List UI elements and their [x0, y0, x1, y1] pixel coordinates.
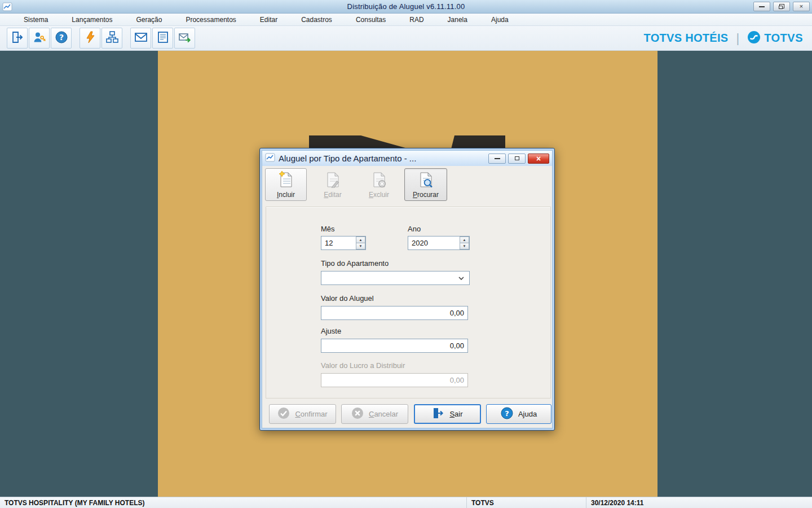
lucro-field: [321, 373, 468, 387]
ajuste-field: [321, 339, 468, 353]
dialog-chart-icon: [265, 153, 275, 164]
dialog-aluguel: Aluguel por Tipo de Apartamento - ... × …: [259, 148, 555, 431]
dialog-close-icon: ×: [536, 155, 541, 163]
mes-label: Mês: [321, 225, 335, 233]
confirmar-label: Confirmar: [295, 410, 327, 418]
menu-sistema[interactable]: Sistema: [16, 14, 56, 25]
ajuda-question-icon: ?: [501, 407, 513, 421]
cancelar-label: Cancelar: [369, 410, 398, 418]
ajuste-input[interactable]: [321, 339, 468, 353]
tipo-apartamento-combobox[interactable]: [321, 271, 470, 285]
sair-button[interactable]: Sair: [414, 404, 481, 424]
tipo-apartamento-label: Tipo do Apartamento: [321, 259, 389, 268]
lightning-icon: [83, 30, 97, 46]
ano-spinner: ▲ ▼: [460, 237, 469, 249]
confirmar-button[interactable]: Confirmar: [269, 404, 336, 424]
ajuste-label: Ajuste: [321, 327, 341, 335]
ajuda-button[interactable]: ? Ajuda: [486, 404, 551, 424]
titlebar: Distribuição de Aluguel v6.11.11.00 ×: [0, 0, 812, 14]
incluir-icon: [279, 171, 293, 190]
menu-lancamentos[interactable]: Lançamentos: [64, 14, 120, 25]
ano-label: Ano: [408, 225, 421, 233]
window-controls: ×: [753, 2, 810, 11]
send-mail-button[interactable]: [174, 28, 195, 49]
dialog-minimize-icon: [495, 158, 500, 159]
valor-aluguel-input[interactable]: [321, 306, 468, 320]
dialog-close-button[interactable]: ×: [528, 154, 549, 164]
editar-label: Editar: [324, 191, 341, 198]
brand-separator: |: [736, 31, 739, 46]
application-window: Distribuição de Aluguel v6.11.11.00 × Si…: [0, 0, 812, 508]
restore-button[interactable]: [773, 2, 790, 11]
procurar-label: Procurar: [413, 191, 439, 198]
menu-ajuda[interactable]: Ajuda: [483, 14, 517, 25]
mdi-workspace: Aluguel por Tipo de Apartamento - ... × …: [0, 51, 812, 497]
dialog-minimize-button[interactable]: [488, 154, 506, 164]
structure-button[interactable]: [102, 28, 122, 49]
mes-field: ▲ ▼: [321, 236, 366, 250]
mail-button[interactable]: [130, 28, 151, 49]
totvs-logo-icon: [747, 30, 761, 46]
restore-icon: [779, 4, 784, 9]
menubar: Sistema Lançamentos Geração Processament…: [0, 14, 812, 26]
dialog-client-area: Incluir Editar Excluir Procurar Mês: [262, 166, 553, 428]
mes-spin-up[interactable]: ▲: [356, 237, 365, 243]
help-button[interactable]: ?: [51, 28, 72, 49]
structure-icon: [105, 30, 119, 46]
menu-cadastros[interactable]: Cadastros: [293, 14, 340, 25]
close-button[interactable]: ×: [793, 2, 810, 11]
valor-aluguel-label: Valor do Aluguel: [321, 294, 374, 303]
sair-label: Sair: [449, 410, 462, 418]
ano-field: ▲ ▼: [408, 236, 470, 250]
lucro-label: Valor do Lucro a Distribuir: [321, 361, 405, 370]
mes-spin-down[interactable]: ▼: [356, 243, 365, 249]
cancelar-button[interactable]: Cancelar: [341, 404, 408, 424]
menu-editar[interactable]: Editar: [252, 14, 285, 25]
minimize-button[interactable]: [753, 2, 770, 11]
dialog-title: Aluguel por Tipo de Apartamento - ...: [279, 154, 488, 163]
brand-area: TOTVS HOTÉIS | TOTVS: [644, 30, 812, 46]
main-toolbar: ? TOTVS HOTÉIS | TOTVS: [0, 26, 812, 51]
exit-button[interactable]: [7, 28, 28, 49]
ano-spin-down[interactable]: ▼: [460, 243, 469, 249]
help-icon: ?: [55, 30, 68, 46]
mail-icon: [134, 30, 148, 46]
incluir-label: Incluir: [277, 191, 295, 198]
ajuda-label: Ajuda: [518, 410, 537, 418]
totvs-logo-text: TOTVS: [764, 32, 803, 45]
ano-spin-up[interactable]: ▲: [460, 237, 469, 243]
menu-consultas[interactable]: Consultas: [348, 14, 394, 25]
excluir-label: Excluir: [369, 191, 389, 198]
user-key-icon: [33, 30, 46, 46]
user-permissions-button[interactable]: [29, 28, 50, 49]
editar-icon: [325, 171, 340, 190]
mes-spinner: ▲ ▼: [356, 237, 365, 249]
excluir-button[interactable]: Excluir: [358, 168, 400, 201]
send-mail-icon: [178, 30, 192, 46]
menu-rad[interactable]: RAD: [401, 14, 431, 25]
menu-janela[interactable]: Janela: [440, 14, 475, 25]
procurar-icon: [418, 171, 433, 190]
editar-button[interactable]: Editar: [312, 168, 354, 201]
dialog-window-controls: ×: [488, 154, 549, 164]
close-icon: ×: [800, 3, 803, 10]
minimize-icon: [759, 6, 765, 7]
sair-door-icon: [432, 407, 444, 421]
menu-geracao[interactable]: Geração: [128, 14, 170, 25]
incluir-button[interactable]: Incluir: [265, 168, 307, 201]
dialog-maximize-button[interactable]: [508, 154, 526, 164]
valor-aluguel-field: [321, 306, 468, 320]
statusbar: TOTVS HOSPITALITY (MY FAMILY HOTELS) TOT…: [0, 497, 812, 508]
confirmar-check-icon: [277, 407, 290, 421]
totvs-logo: TOTVS: [747, 30, 803, 46]
dialog-maximize-icon: [515, 156, 519, 160]
status-company: TOTVS HOSPITALITY (MY FAMILY HOTELS): [0, 497, 467, 508]
report-button[interactable]: [152, 28, 173, 49]
process-button[interactable]: [80, 28, 100, 49]
procurar-button[interactable]: Procurar: [404, 168, 447, 201]
menu-processamentos[interactable]: Processamentos: [178, 14, 244, 25]
chevron-down-icon: [458, 274, 465, 282]
window-title: Distribuição de Aluguel v6.11.11.00: [0, 2, 812, 11]
cancelar-cross-icon: [351, 407, 364, 421]
report-icon: [156, 30, 170, 46]
